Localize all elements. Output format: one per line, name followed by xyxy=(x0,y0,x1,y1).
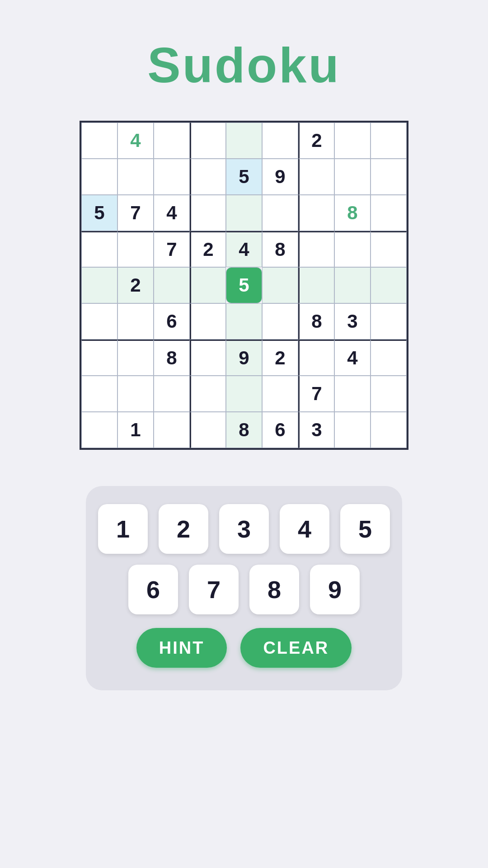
grid-cell[interactable] xyxy=(226,195,262,231)
numpad-button-1[interactable]: 1 xyxy=(98,504,148,554)
grid-cell[interactable] xyxy=(298,267,334,303)
grid-cell[interactable] xyxy=(154,159,190,195)
numpad-button-5[interactable]: 5 xyxy=(340,504,390,554)
grid-cell[interactable] xyxy=(334,267,371,303)
grid-cell[interactable]: 3 xyxy=(334,303,371,340)
grid-cell[interactable]: 7 xyxy=(117,195,154,231)
grid-cell[interactable] xyxy=(371,376,407,412)
grid-cell[interactable] xyxy=(371,195,407,231)
grid-cell[interactable]: 8 xyxy=(262,231,298,267)
grid-cell[interactable]: 5 xyxy=(226,159,262,195)
grid-cell[interactable]: 1 xyxy=(117,412,154,448)
grid-cell[interactable]: 4 xyxy=(226,231,262,267)
grid-cell[interactable]: 4 xyxy=(334,340,371,376)
grid-cell[interactable]: 8 xyxy=(298,303,334,340)
grid-cell[interactable] xyxy=(81,412,117,448)
grid-cell[interactable] xyxy=(226,123,262,159)
grid-cell[interactable] xyxy=(334,376,371,412)
numpad-button-4[interactable]: 4 xyxy=(280,504,329,554)
numpad-button-3[interactable]: 3 xyxy=(219,504,269,554)
grid-cell[interactable]: 8 xyxy=(226,412,262,448)
grid-cell[interactable]: 2 xyxy=(117,267,154,303)
grid-cell[interactable] xyxy=(117,376,154,412)
grid-cell[interactable] xyxy=(334,231,371,267)
grid-cell[interactable] xyxy=(190,376,226,412)
grid-cell[interactable]: 5 xyxy=(81,195,117,231)
grid-cell[interactable] xyxy=(371,267,407,303)
hint-button[interactable]: HINT xyxy=(136,628,227,668)
sudoku-grid: 42595748724825683892471863 xyxy=(80,121,408,450)
grid-cell[interactable] xyxy=(298,159,334,195)
app-title: Sudoku xyxy=(147,36,340,94)
grid-cell[interactable] xyxy=(117,303,154,340)
grid-cell[interactable]: 7 xyxy=(154,231,190,267)
grid-cell[interactable] xyxy=(371,159,407,195)
grid-cell[interactable] xyxy=(154,376,190,412)
grid-cell[interactable] xyxy=(262,267,298,303)
grid-cell[interactable] xyxy=(154,123,190,159)
grid-cell[interactable]: 6 xyxy=(154,303,190,340)
grid-cell[interactable]: 3 xyxy=(298,412,334,448)
grid-cell[interactable] xyxy=(262,123,298,159)
grid-cell[interactable] xyxy=(81,159,117,195)
numpad-button-9[interactable]: 9 xyxy=(310,565,360,614)
grid-cell[interactable] xyxy=(226,376,262,412)
grid-cell[interactable] xyxy=(154,267,190,303)
grid-cell[interactable] xyxy=(298,340,334,376)
grid-cell[interactable] xyxy=(298,195,334,231)
grid-cell[interactable] xyxy=(371,123,407,159)
numpad-button-6[interactable]: 6 xyxy=(128,565,178,614)
grid-cell[interactable] xyxy=(371,340,407,376)
numpad-button-8[interactable]: 8 xyxy=(249,565,299,614)
grid-cell[interactable] xyxy=(81,123,117,159)
grid-cell[interactable] xyxy=(117,340,154,376)
numpad-button-7[interactable]: 7 xyxy=(189,565,239,614)
grid-cell[interactable] xyxy=(190,340,226,376)
grid-cell[interactable] xyxy=(190,159,226,195)
grid-cell[interactable] xyxy=(371,303,407,340)
grid-cell[interactable] xyxy=(81,231,117,267)
clear-button[interactable]: CLEAR xyxy=(240,628,352,668)
grid-cell[interactable]: 2 xyxy=(190,231,226,267)
grid-cell[interactable] xyxy=(154,412,190,448)
grid-cell[interactable]: 6 xyxy=(262,412,298,448)
numpad-panel: 12345 6789 HINT CLEAR xyxy=(86,486,402,690)
numpad-row-1: 12345 xyxy=(98,504,390,554)
grid-cell[interactable] xyxy=(298,231,334,267)
grid-cell[interactable]: 2 xyxy=(262,340,298,376)
grid-cell[interactable] xyxy=(334,123,371,159)
grid-cell[interactable] xyxy=(262,195,298,231)
grid-cell[interactable]: 2 xyxy=(298,123,334,159)
numpad-button-2[interactable]: 2 xyxy=(159,504,208,554)
grid-cell[interactable] xyxy=(190,412,226,448)
action-row: HINT CLEAR xyxy=(136,628,352,668)
grid-cell[interactable]: 8 xyxy=(334,195,371,231)
grid-cell[interactable] xyxy=(371,231,407,267)
grid-cell[interactable] xyxy=(226,303,262,340)
grid-cell[interactable] xyxy=(190,123,226,159)
grid-cell[interactable] xyxy=(262,376,298,412)
grid-cell[interactable] xyxy=(334,412,371,448)
grid-cell[interactable] xyxy=(81,376,117,412)
grid-cell[interactable] xyxy=(371,412,407,448)
grid-cell[interactable] xyxy=(117,231,154,267)
grid-cell[interactable] xyxy=(117,159,154,195)
grid-cell[interactable] xyxy=(81,340,117,376)
grid-cell[interactable] xyxy=(334,159,371,195)
grid-cell[interactable] xyxy=(190,267,226,303)
grid-cell[interactable] xyxy=(262,303,298,340)
grid-cell[interactable]: 4 xyxy=(154,195,190,231)
grid-cell[interactable]: 4 xyxy=(117,123,154,159)
grid-cell[interactable] xyxy=(81,267,117,303)
numpad-row-2: 6789 xyxy=(128,565,360,614)
grid-cell[interactable]: 8 xyxy=(154,340,190,376)
grid-cell[interactable] xyxy=(190,195,226,231)
grid-cell[interactable]: 9 xyxy=(262,159,298,195)
grid-cell[interactable]: 9 xyxy=(226,340,262,376)
grid-cell[interactable]: 5 xyxy=(226,267,262,303)
grid-cell[interactable]: 7 xyxy=(298,376,334,412)
grid-cell[interactable] xyxy=(81,303,117,340)
grid-cell[interactable] xyxy=(190,303,226,340)
